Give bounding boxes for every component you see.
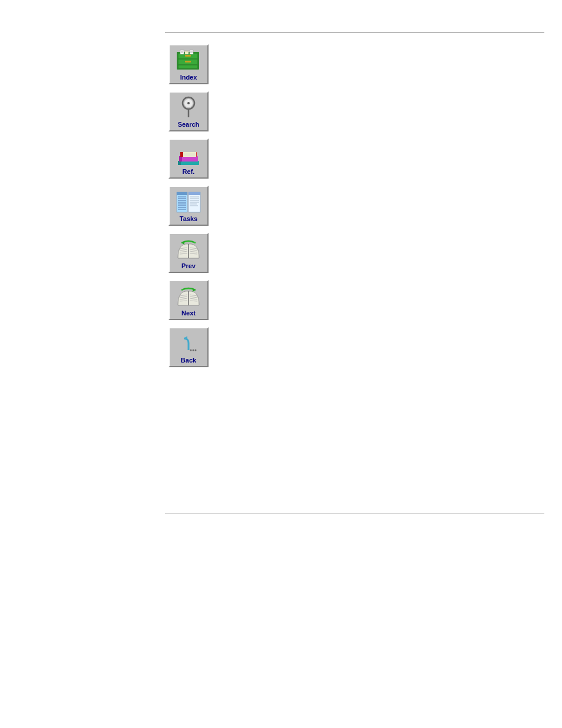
ref-icon [176,142,201,167]
svg-rect-5 [185,61,191,62]
svg-rect-4 [185,55,191,57]
back-icon [176,331,201,356]
nav-buttons-container: Index Search [168,44,209,367]
ref-button[interactable]: Ref. [168,139,209,179]
svg-rect-21 [179,156,182,162]
prev-button[interactable]: Prev [168,233,209,273]
tasks-icon [176,189,201,215]
svg-rect-23 [180,152,183,157]
svg-rect-18 [178,161,199,165]
search-button[interactable]: Search [168,91,209,131]
top-rule [165,32,544,33]
svg-rect-29 [177,192,187,195]
svg-rect-19 [178,161,181,165]
tasks-label: Tasks [180,216,197,222]
svg-point-67 [190,349,192,351]
tasks-button[interactable]: Tasks [168,186,209,226]
svg-rect-39 [189,192,200,195]
svg-point-69 [195,349,197,351]
svg-rect-7 [185,51,189,54]
svg-marker-66 [184,336,187,341]
svg-point-17 [187,102,190,104]
search-icon [176,95,201,120]
ref-label: Ref. [183,169,195,175]
search-label: Search [178,121,200,128]
next-label: Next [181,310,196,317]
index-label: Index [180,74,197,81]
index-button[interactable]: Index [168,44,209,84]
svg-rect-8 [190,50,193,54]
svg-point-68 [193,349,194,351]
back-label: Back [181,357,196,364]
prev-label: Prev [181,263,196,269]
next-icon [176,284,201,309]
prev-icon [176,236,201,262]
svg-rect-6 [180,50,184,54]
back-button[interactable]: Back [168,327,209,367]
svg-rect-3 [178,65,197,68]
index-icon [176,48,201,73]
bottom-rule [165,513,544,513]
next-button[interactable]: Next [168,280,209,320]
